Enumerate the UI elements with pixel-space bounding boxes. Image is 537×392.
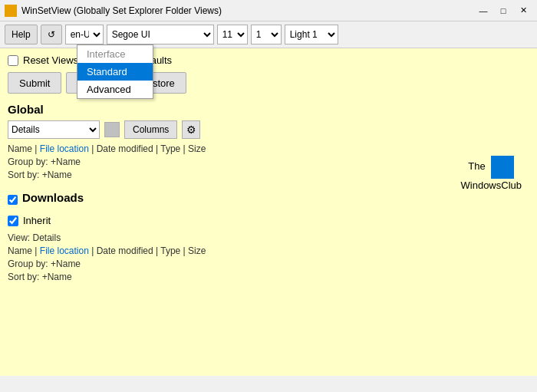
window-title: WinSetView (Globally Set Explorer Folder… xyxy=(21,5,222,16)
inherit-checkbox[interactable] xyxy=(8,216,18,226)
inherit-checkbox-row: Inherit xyxy=(8,215,529,226)
dl-size: Size xyxy=(188,245,206,256)
dropdown-standard-item[interactable]: Standard xyxy=(77,63,153,81)
app-icon xyxy=(5,5,17,17)
minimize-button[interactable]: — xyxy=(474,3,493,18)
downloads-view-info: View: Details xyxy=(8,232,529,243)
logo-square xyxy=(491,156,514,179)
logo-line2: WindowsClub xyxy=(461,180,522,191)
dl-type: Type xyxy=(160,245,180,256)
global-view-select[interactable]: Details xyxy=(8,120,100,139)
downloads-title-row: Downloads xyxy=(8,191,529,209)
global-columns-info: Name | File location | Date modified | T… xyxy=(8,143,529,154)
help-button[interactable]: Help xyxy=(5,25,38,44)
refresh-button[interactable]: ↺ xyxy=(41,25,62,44)
gear-button[interactable]: ⚙ xyxy=(182,120,200,139)
global-controls: Details Columns ⚙ xyxy=(8,120,529,139)
toolbar: Help ↺ en-US Interface Standard Advanced… xyxy=(0,21,537,48)
downloads-sort-by: Sort by: +Name xyxy=(8,272,529,282)
dl-name: Name xyxy=(8,245,32,256)
dl-file-loc[interactable]: File location xyxy=(40,245,89,256)
global-size: Size xyxy=(188,143,206,154)
dpi-select[interactable]: 1 xyxy=(251,25,282,44)
title-bar: WinSetView (Globally Set Explorer Folder… xyxy=(0,0,537,21)
global-file-loc[interactable]: File location xyxy=(40,143,89,154)
downloads-checkbox[interactable] xyxy=(8,195,18,205)
columns-button[interactable]: Columns xyxy=(124,120,177,139)
global-type: Type xyxy=(160,143,180,154)
reset-checkbox[interactable] xyxy=(8,55,18,66)
global-sort-by: Sort by: +Name xyxy=(8,170,529,180)
maximize-button[interactable]: □ xyxy=(494,3,512,18)
font-select[interactable]: Segoe UI xyxy=(107,25,214,44)
dropdown-interface-item: Interface xyxy=(77,45,153,63)
locale-select[interactable]: en-US xyxy=(65,25,104,44)
logo-line1: The xyxy=(468,160,485,172)
downloads-group-by: Group by: +Name xyxy=(8,259,529,269)
global-date-modified: Date modified xyxy=(97,143,153,154)
global-section-title: Global xyxy=(8,103,529,116)
global-name: Name xyxy=(8,143,32,154)
downloads-columns-info: Name | File location | Date modified | T… xyxy=(8,245,529,256)
dl-date-modified: Date modified xyxy=(97,245,153,256)
close-button[interactable]: ✕ xyxy=(514,3,532,18)
logo-area: The WindowsClub xyxy=(461,156,522,193)
dropdown-advanced-item[interactable]: Advanced xyxy=(77,81,153,98)
submit-button[interactable]: Submit xyxy=(8,72,61,94)
font-size-select[interactable]: 11 xyxy=(217,25,248,44)
theme-select[interactable]: Light 1 xyxy=(285,25,338,44)
inherit-label: Inherit xyxy=(23,215,51,226)
downloads-section-title: Downloads xyxy=(22,191,84,204)
global-group-by: Group by: +Name xyxy=(8,156,529,167)
downloads-divider: Downloads xyxy=(8,191,529,209)
color-swatch xyxy=(104,122,120,137)
interface-dropdown: Interface Standard Advanced xyxy=(77,44,153,99)
window-controls: — □ ✕ xyxy=(474,3,532,18)
